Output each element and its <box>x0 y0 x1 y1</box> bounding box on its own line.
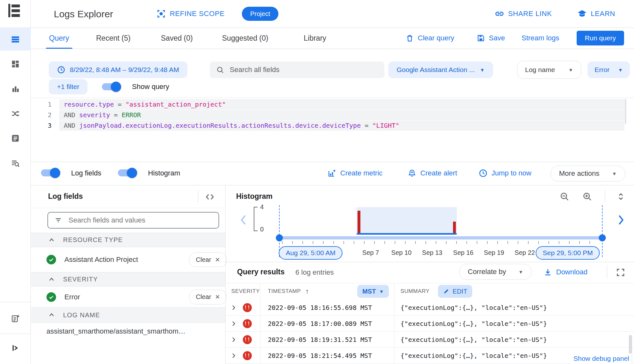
tab-suggested[interactable]: Suggested (0) <box>222 28 268 49</box>
slider-handle-end[interactable] <box>599 234 606 241</box>
log-fields-title: Log fields <box>48 192 83 201</box>
expand-chevron-icon[interactable] <box>230 352 237 359</box>
close-icon: ✕ <box>215 256 220 263</box>
save-button[interactable]: Save <box>477 34 505 42</box>
tab-bar: Query Recent (5) Saved (0) Suggested (0)… <box>31 28 634 49</box>
show-debug-panel-link[interactable]: Show debug panel <box>571 353 632 364</box>
added-filters-chip[interactable]: +1 filter <box>49 79 87 94</box>
search-all-fields-input[interactable] <box>229 65 378 74</box>
learn-button[interactable]: LEARN <box>577 9 615 19</box>
query-line[interactable]: 1 resource.type = "assistant_action_proj… <box>31 99 634 109</box>
range-end-pill[interactable]: Sep 29, 5:00 PM <box>536 246 600 260</box>
search-icon <box>216 66 224 74</box>
severity-filter-dropdown[interactable]: Error ▼ <box>588 61 630 78</box>
create-alert-button[interactable]: Create alert <box>408 169 457 178</box>
nav-trace[interactable] <box>0 103 31 124</box>
line-number: 2 <box>31 110 59 120</box>
section-resource-type[interactable]: RESOURCE TYPE <box>31 233 225 247</box>
slider-handle-start[interactable] <box>276 234 283 241</box>
line-number: 3 <box>31 120 59 131</box>
project-scope-badge[interactable]: Project <box>242 7 278 21</box>
log-summary: {"executionLog":{…}, "locale":"en-US"} <box>394 336 634 344</box>
nav-dashboard[interactable] <box>0 54 31 74</box>
histogram-header-divider <box>605 190 605 203</box>
results-table-header: SEVERITY TIMESTAMP ↑ MST ▼ SUMMARY EDIT <box>226 283 634 300</box>
col-timestamp[interactable]: TIMESTAMP <box>268 288 301 295</box>
link-icon <box>495 9 504 19</box>
refine-scope-button[interactable]: REFINE SCOPE <box>156 9 225 19</box>
edit-summary-button[interactable]: EDIT <box>438 285 473 298</box>
severity-item[interactable]: Error Clear✕ <box>31 287 241 307</box>
article-icon <box>11 134 20 143</box>
nav-open-panel[interactable] <box>0 338 31 358</box>
query-line[interactable]: 3 AND jsonPayload.executionLog.execution… <box>31 120 634 131</box>
x-tick-label: Sep 10 <box>386 249 417 256</box>
download-button[interactable]: Download <box>543 268 588 277</box>
run-query-button[interactable]: Run query <box>577 31 624 45</box>
histogram-toggle[interactable] <box>118 169 135 176</box>
editor-scrollbar[interactable] <box>625 99 626 124</box>
clock-icon <box>57 66 65 74</box>
nav-annotate[interactable] <box>0 308 31 329</box>
log-name-item[interactable]: assistant_smarthome/assistant_smarthom… … <box>31 323 241 340</box>
unfold-icon[interactable] <box>616 191 626 202</box>
range-start-pill[interactable]: Aug 29, 5:00 AM <box>279 246 342 260</box>
stream-logs-button[interactable]: Stream logs <box>522 34 559 42</box>
nav-metrics[interactable] <box>0 79 31 99</box>
log-entry-row[interactable]: 2022-09-05 18:19:31.521 MST {"executionL… <box>226 332 634 348</box>
query-code[interactable]: AND severity = ERROR <box>59 110 624 120</box>
nav-logs-explorer[interactable] <box>0 29 31 50</box>
clear-severity-filter-button[interactable]: Clear✕ <box>189 290 227 304</box>
resource-filter-dropdown[interactable]: Google Assistant Action ... ▼ <box>388 61 493 78</box>
resource-type-item[interactable]: Assistant Action Project Clear✕ <box>31 247 241 272</box>
tab-query[interactable]: Query <box>49 28 69 49</box>
clear-resource-filter-button[interactable]: Clear✕ <box>189 252 227 267</box>
log-fields-toggle[interactable] <box>41 169 58 176</box>
histogram-prev-icon[interactable] <box>238 214 249 226</box>
close-icon: ✕ <box>215 293 220 301</box>
time-axis-ticks <box>282 241 600 244</box>
code-view-icon[interactable] <box>205 192 215 202</box>
log-name-dropdown[interactable]: Log name ▼ <box>517 61 581 79</box>
school-icon <box>577 9 587 19</box>
query-code[interactable]: AND jsonPayload.executionLog.executionRe… <box>59 120 624 131</box>
share-link-button[interactable]: SHARE LINK <box>495 9 552 19</box>
fullscreen-icon[interactable] <box>616 268 625 277</box>
histogram-bar-sep15[interactable] <box>453 222 456 234</box>
sort-ascending-icon[interactable]: ↑ <box>305 287 309 295</box>
log-fields-search-input[interactable] <box>68 216 212 225</box>
tab-recent[interactable]: Recent (5) <box>96 28 130 49</box>
correlate-by-dropdown[interactable]: Correlate by ▼ <box>459 264 532 280</box>
clear-query-button[interactable]: Clear query <box>406 34 454 42</box>
query-code[interactable]: resource.type = "assistant_action_projec… <box>59 99 624 109</box>
x-tick-label: Sep 13 <box>417 249 448 256</box>
log-entry-row[interactable]: 2022-09-05 18:17:00.089 MST {"executionL… <box>226 316 634 332</box>
more-actions-button[interactable]: More actions ▼ <box>550 166 625 182</box>
zoom-out-icon[interactable] <box>559 191 570 202</box>
create-metric-button[interactable]: Create metric <box>327 169 383 178</box>
section-log-name[interactable]: LOG NAME <box>31 307 225 323</box>
show-query-toggle[interactable] <box>102 83 119 90</box>
jump-to-now-button[interactable]: Jump to now <box>479 169 531 178</box>
expand-chevron-icon[interactable] <box>230 320 237 327</box>
time-range-filter[interactable]: 8/29/22, 8:48 AM – 9/29/22, 9:48 AM <box>49 61 187 78</box>
query-line[interactable]: 2 AND severity = ERROR <box>31 110 634 120</box>
tab-saved[interactable]: Saved (0) <box>161 28 193 49</box>
expand-chevron-icon[interactable] <box>230 304 237 311</box>
timezone-dropdown[interactable]: MST ▼ <box>357 285 389 298</box>
nav-article[interactable] <box>0 128 31 149</box>
histogram-selection-region[interactable] <box>357 207 457 234</box>
section-severity[interactable]: SEVERITY <box>31 272 225 287</box>
results-top-divider <box>225 262 634 262</box>
histogram-bar-sep5[interactable] <box>358 211 360 234</box>
expand-chevron-icon[interactable] <box>230 336 237 343</box>
nav-log-analytics[interactable] <box>0 153 31 174</box>
left-nav-rail <box>0 0 31 364</box>
check-circle-icon <box>46 255 56 264</box>
zoom-in-icon[interactable] <box>582 191 592 202</box>
log-entry-row[interactable]: 2022-09-05 18:16:55.698 MST {"executionL… <box>226 300 634 316</box>
tab-library[interactable]: Library <box>304 28 326 49</box>
time-slider-track[interactable] <box>277 236 605 239</box>
histogram-next-icon[interactable] <box>615 214 626 226</box>
product-logo <box>8 3 22 18</box>
